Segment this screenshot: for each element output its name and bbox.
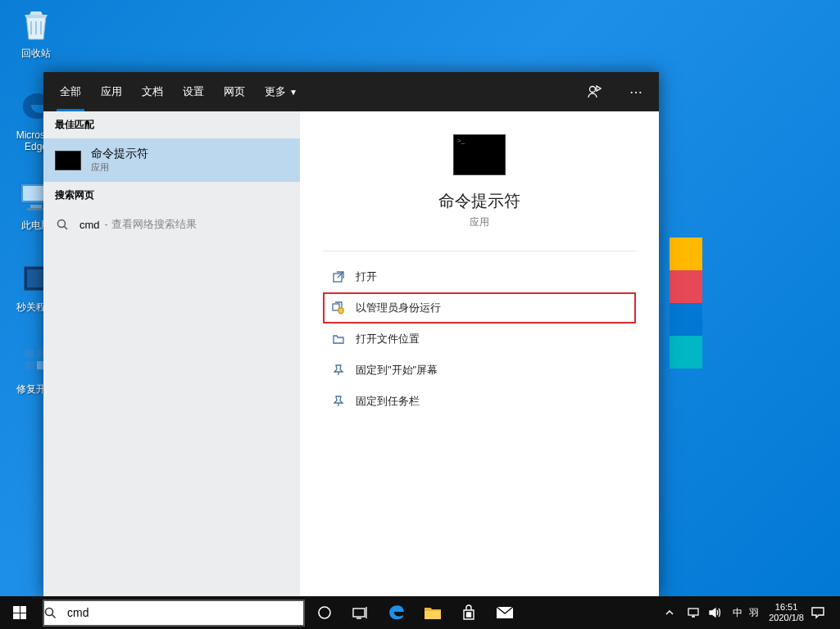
open-icon xyxy=(329,269,347,284)
svg-rect-19 xyxy=(467,615,469,617)
chevron-down-icon: ▼ xyxy=(289,88,297,97)
action-label: 打开 xyxy=(356,269,377,284)
search-input[interactable] xyxy=(67,606,303,619)
details-subtitle: 应用 xyxy=(470,215,489,229)
volume-icon[interactable] xyxy=(708,607,729,618)
options-icon[interactable]: ⋯ xyxy=(620,84,652,100)
tab-more-label: 更多 xyxy=(265,85,286,97)
pin-icon xyxy=(329,394,347,409)
folder-icon xyxy=(329,332,347,346)
desktop-icon-label: 回收站 xyxy=(5,48,67,59)
tab-settings[interactable]: 设置 xyxy=(173,72,214,111)
action-center-icon[interactable] xyxy=(810,606,840,619)
search-filter-tabs: 全部 应用 文档 设置 网页 更多▼ ⋯ xyxy=(43,72,659,111)
task-view-icon[interactable] xyxy=(343,596,379,629)
svg-rect-8 xyxy=(25,361,34,369)
svg-rect-2 xyxy=(30,205,42,208)
section-search-web: 搜索网页 xyxy=(43,182,300,209)
section-best-match: 最佳匹配 xyxy=(43,111,300,138)
tab-apps[interactable]: 应用 xyxy=(91,72,132,111)
action-run-as-admin[interactable]: 以管理员身份运行 xyxy=(323,292,636,324)
action-pin-taskbar[interactable]: 固定到任务栏 xyxy=(323,386,636,417)
taskbar-search-box[interactable] xyxy=(43,600,305,627)
cmd-thumbnail-icon xyxy=(55,151,81,170)
recycle-bin-icon xyxy=(16,5,56,44)
svg-rect-16 xyxy=(353,609,365,617)
network-icon[interactable] xyxy=(687,607,708,618)
svg-rect-18 xyxy=(470,613,471,614)
svg-rect-21 xyxy=(688,609,698,615)
start-button[interactable] xyxy=(0,596,39,629)
clock-date: 2020/1/8 xyxy=(769,613,804,623)
svg-rect-3 xyxy=(27,208,45,210)
action-open[interactable]: 打开 xyxy=(323,261,636,292)
feedback-icon[interactable] xyxy=(587,84,620,99)
clock-time: 16:51 xyxy=(769,602,804,613)
tab-web[interactable]: 网页 xyxy=(214,72,255,111)
taskbar-app-store[interactable] xyxy=(451,596,487,629)
windows-logo-icon xyxy=(13,606,26,619)
action-label: 打开文件位置 xyxy=(356,332,420,346)
action-list: 打开 以管理员身份运行 打开文件位置 固定到"开始"屏幕 固定到任务栏 xyxy=(323,261,636,417)
clock[interactable]: 16:51 2020/1/8 xyxy=(762,602,810,623)
svg-point-11 xyxy=(58,220,66,228)
result-item-cmd[interactable]: 命令提示符 应用 xyxy=(43,138,300,182)
admin-shield-icon xyxy=(329,301,347,315)
svg-rect-20 xyxy=(470,615,471,617)
details-title: 命令提示符 xyxy=(438,190,520,212)
tab-all[interactable]: 全部 xyxy=(50,72,91,111)
desktop-icon-recycle-bin[interactable]: 回收站 xyxy=(5,5,67,59)
search-icon xyxy=(44,607,67,619)
system-tray: 中 羽 16:51 2020/1/8 xyxy=(665,596,840,629)
result-title: 命令提示符 xyxy=(91,147,148,161)
action-pin-start[interactable]: 固定到"开始"屏幕 xyxy=(323,355,636,386)
results-list: 最佳匹配 命令提示符 应用 搜索网页 cmd - 查看网络搜索结果 xyxy=(43,111,300,596)
action-open-location[interactable]: 打开文件位置 xyxy=(323,324,636,355)
taskbar-app-edge[interactable] xyxy=(379,596,415,629)
taskbar: 中 羽 16:51 2020/1/8 xyxy=(0,596,840,629)
ime-indicator[interactable]: 中 xyxy=(729,606,746,620)
svg-rect-5 xyxy=(27,269,45,287)
cortana-icon[interactable] xyxy=(306,596,343,629)
divider xyxy=(323,251,636,251)
svg-rect-6 xyxy=(25,350,34,358)
ime-mode-indicator[interactable]: 羽 xyxy=(746,606,762,620)
result-subtitle: 应用 xyxy=(91,161,148,174)
windows-accent-decoration xyxy=(670,238,702,369)
search-results-panel: 全部 应用 文档 设置 网页 更多▼ ⋯ 最佳匹配 命令提示符 应用 搜索网页 xyxy=(43,72,659,596)
tab-more[interactable]: 更多▼ xyxy=(255,72,307,111)
cmd-large-icon xyxy=(453,134,506,175)
search-icon xyxy=(57,219,71,230)
web-query: cmd xyxy=(79,219,100,231)
svg-point-14 xyxy=(46,608,53,615)
taskbar-app-explorer[interactable] xyxy=(415,596,451,629)
action-label: 固定到任务栏 xyxy=(356,394,420,409)
action-label: 以管理员身份运行 xyxy=(356,301,441,315)
action-label: 固定到"开始"屏幕 xyxy=(356,363,438,378)
tray-overflow-icon[interactable] xyxy=(665,609,687,617)
svg-rect-17 xyxy=(467,613,469,614)
taskbar-app-mail[interactable] xyxy=(487,596,523,629)
tab-documents[interactable]: 文档 xyxy=(132,72,173,111)
web-search-item[interactable]: cmd - 查看网络搜索结果 xyxy=(43,209,300,240)
web-hint: - 查看网络搜索结果 xyxy=(105,217,197,232)
svg-point-15 xyxy=(319,607,330,618)
pin-icon xyxy=(329,363,347,378)
result-details-pane: 命令提示符 应用 打开 以管理员身份运行 打开文件位置 固定到"开 xyxy=(300,111,659,596)
svg-point-10 xyxy=(590,87,596,93)
